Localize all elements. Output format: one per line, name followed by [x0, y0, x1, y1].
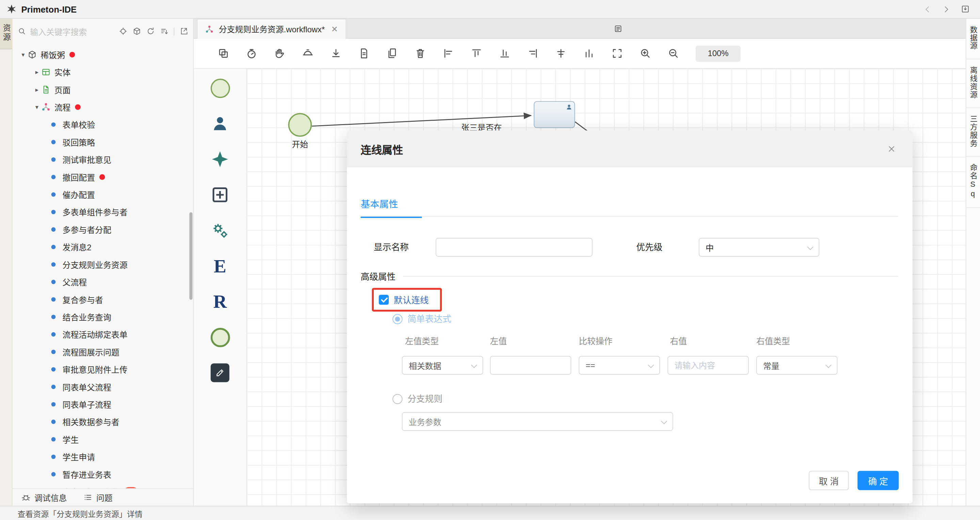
- branch-rule-radio[interactable]: [393, 394, 402, 404]
- align-center-button[interactable]: [555, 48, 567, 60]
- clone-button[interactable]: [218, 48, 229, 60]
- priority-select[interactable]: 中: [699, 238, 819, 257]
- export-icon[interactable]: [180, 27, 188, 36]
- compare-op-select[interactable]: ==: [579, 356, 660, 375]
- sort-icon[interactable]: [160, 27, 169, 36]
- right-rail-tab[interactable]: 数据源: [966, 19, 980, 59]
- resource-dot-icon: [51, 419, 56, 424]
- tree-leaf-item[interactable]: 表单校验: [13, 116, 193, 133]
- palette-e-activity[interactable]: E: [206, 252, 234, 280]
- left-value-input[interactable]: [490, 356, 571, 375]
- simple-expression-radio[interactable]: [393, 314, 402, 324]
- copy-button[interactable]: [387, 48, 398, 60]
- palette-annotation[interactable]: [206, 359, 234, 387]
- delete-button[interactable]: [414, 48, 426, 60]
- tree-leaf-item[interactable]: 自定义拓展字段 66: [13, 483, 193, 488]
- ok-button[interactable]: 确 定: [858, 471, 899, 490]
- palette-r-activity[interactable]: R: [206, 288, 234, 315]
- tree-leaf-item[interactable]: 暂存进业务表: [13, 465, 193, 483]
- tree-leaf-item[interactable]: 学生申请: [13, 447, 193, 465]
- download-button[interactable]: [330, 48, 342, 60]
- pan-button[interactable]: [274, 48, 286, 60]
- tree-leaf-item[interactable]: 同表单子流程: [13, 395, 193, 412]
- tab-list-button[interactable]: [614, 24, 623, 33]
- fit-screen-button[interactable]: [611, 48, 623, 60]
- tree-leaf-item[interactable]: 流程活动绑定表单: [13, 325, 193, 343]
- tree-leaf-item[interactable]: 多表单组件参与者: [13, 203, 193, 220]
- search-input[interactable]: 输入关键字搜索: [30, 25, 87, 37]
- tree-node-page[interactable]: ▸ 页面: [13, 81, 193, 98]
- display-name-input[interactable]: [436, 238, 593, 257]
- modal-header: 连线属性: [347, 131, 913, 167]
- tree-leaf-item[interactable]: 驳回策略: [13, 133, 193, 150]
- align-bottom-button[interactable]: [499, 48, 511, 60]
- tree-leaf-item[interactable]: 相关数据参与者: [13, 413, 193, 430]
- save-layout-icon[interactable]: [961, 5, 970, 14]
- resource-dot-icon: [51, 349, 56, 354]
- palette-participant[interactable]: [206, 110, 234, 137]
- default-line-checkbox[interactable]: [379, 295, 389, 305]
- palette-start-event[interactable]: [206, 74, 234, 102]
- align-left-button[interactable]: [442, 48, 454, 60]
- right-rail-tab[interactable]: 命名Sq: [966, 157, 980, 208]
- right-rail-tab[interactable]: 离线资源: [966, 59, 980, 108]
- right-type-select[interactable]: 常量: [756, 356, 838, 375]
- tree-leaf-item[interactable]: 学生: [13, 430, 193, 447]
- caret-collapsed-icon[interactable]: ▸: [32, 86, 41, 92]
- tab-close-icon[interactable]: ✕: [331, 24, 338, 34]
- bar-chart-button[interactable]: [583, 48, 595, 60]
- right-value-input[interactable]: [668, 356, 749, 375]
- tree-leaf-item[interactable]: 测试审批意见: [13, 151, 193, 168]
- package-icon[interactable]: [132, 27, 141, 36]
- palette-gateway[interactable]: [206, 146, 234, 173]
- tree-node-entity[interactable]: ▸ 实体: [13, 63, 193, 80]
- palette-subprocess[interactable]: [206, 181, 234, 208]
- zoom-level[interactable]: 100%: [696, 45, 741, 62]
- tree-leaf-item[interactable]: 审批意见附件上传: [13, 360, 193, 377]
- palette-service-task[interactable]: [206, 217, 234, 244]
- tab-basic-properties[interactable]: 基本属性: [361, 190, 422, 218]
- align-right-button[interactable]: [527, 48, 539, 60]
- left-type-select[interactable]: 相关数据: [402, 356, 484, 375]
- tree-leaf-item[interactable]: 同表单父流程: [13, 378, 193, 395]
- task-node[interactable]: [534, 101, 575, 128]
- zoom-in-button[interactable]: [639, 48, 651, 60]
- tree-leaf-item[interactable]: 多参与者分配: [13, 220, 193, 238]
- tab-workflow-file[interactable]: 分支规则业务资源.workflowx* ✕: [197, 19, 346, 39]
- tree-leaf-item[interactable]: 复合参与者: [13, 290, 193, 308]
- align-top-button[interactable]: [471, 48, 483, 60]
- modal-close-button[interactable]: [885, 142, 899, 156]
- nav-forward-icon[interactable]: [942, 5, 951, 14]
- tree-leaf-item[interactable]: 流程图展示问题: [13, 343, 193, 360]
- end-event-icon: [210, 328, 230, 347]
- tree-leaf-item[interactable]: 发消息2: [13, 238, 193, 255]
- rail-tab-resources[interactable]: 资源: [0, 19, 13, 49]
- tree-leaf-item[interactable]: 撤回配置: [13, 168, 193, 185]
- business-param-select[interactable]: 业务参数: [402, 412, 673, 431]
- caret-expanded-icon[interactable]: ▾: [32, 103, 41, 110]
- app-logo-icon: [6, 4, 17, 14]
- locate-icon[interactable]: [119, 27, 128, 36]
- tree-leaf-item[interactable]: 催办配置: [13, 185, 193, 203]
- caret-expanded-icon[interactable]: ▾: [19, 51, 27, 58]
- tree-leaf-item[interactable]: 结合业务查询: [13, 308, 193, 325]
- nav-back-icon[interactable]: [923, 5, 932, 14]
- start-event-node[interactable]: [288, 113, 312, 137]
- zoom-out-button[interactable]: [668, 48, 679, 60]
- document-button[interactable]: [358, 48, 370, 60]
- tree-node-process[interactable]: ▾ 流程: [13, 98, 193, 115]
- right-rail-tab[interactable]: 三方服务: [966, 108, 980, 157]
- sidebar-scrollbar[interactable]: [189, 212, 192, 300]
- tree-node-project[interactable]: ▾ 稀饭粥: [13, 46, 193, 63]
- stopwatch-button[interactable]: [246, 48, 258, 60]
- tree-leaf-item[interactable]: 父流程: [13, 273, 193, 290]
- tree-leaf-item[interactable]: 分支规则业务资源: [13, 255, 193, 273]
- refresh-icon[interactable]: [146, 27, 155, 36]
- debug-info-button[interactable]: 调试信息: [21, 491, 67, 503]
- cancel-button[interactable]: 取 消: [809, 471, 849, 490]
- entity-table-icon: [41, 67, 51, 76]
- caret-collapsed-icon[interactable]: ▸: [32, 68, 41, 75]
- palette-end-event[interactable]: [206, 323, 234, 351]
- helmet-button[interactable]: [302, 48, 314, 60]
- problems-button[interactable]: 问题: [83, 491, 112, 503]
